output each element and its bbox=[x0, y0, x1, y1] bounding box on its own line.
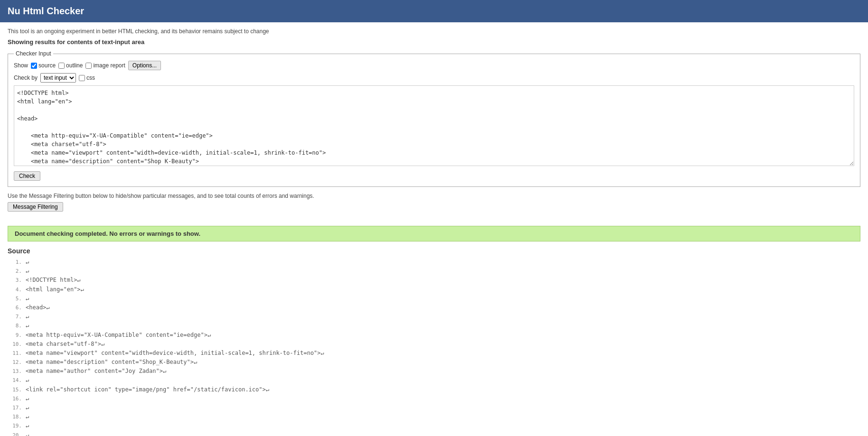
source-code-block: 1.↵2.↵3.<!DOCTYPE html>↵4.<html lang="en… bbox=[8, 258, 860, 436]
line-content: <meta name="author" content="Joy Zadan">… bbox=[26, 367, 166, 376]
line-number: 8. bbox=[8, 322, 22, 330]
source-line-item: 6.<head>↵ bbox=[8, 303, 860, 312]
source-line-item: 18. ↵ bbox=[8, 412, 860, 421]
options-button[interactable]: Options... bbox=[128, 61, 161, 70]
image-report-checkbox[interactable] bbox=[85, 63, 92, 69]
source-line-item: 3.<!DOCTYPE html>↵ bbox=[8, 276, 860, 285]
source-line-item: 19. ↵ bbox=[8, 421, 860, 430]
message-filtering-section: Use the Message Filtering button below t… bbox=[8, 193, 860, 212]
line-number: 10. bbox=[8, 340, 22, 349]
image-report-checkbox-label[interactable]: image report bbox=[85, 62, 125, 69]
line-number: 9. bbox=[8, 331, 22, 340]
source-line-item: 4.<html lang="en">↵ bbox=[8, 285, 860, 294]
source-line-item: 7.↵ bbox=[8, 312, 860, 321]
show-label: Show bbox=[14, 62, 28, 69]
app-title: Nu Html Checker bbox=[8, 6, 84, 16]
header: Nu Html Checker bbox=[0, 0, 868, 22]
line-number: 3. bbox=[8, 276, 22, 285]
source-line-item: 14. ↵ bbox=[8, 376, 860, 385]
line-number: 6. bbox=[8, 304, 22, 312]
line-number: 5. bbox=[8, 295, 22, 303]
line-content: ↵ bbox=[26, 394, 29, 403]
source-line-item: 13. <meta name="author" content="Joy Zad… bbox=[8, 367, 860, 376]
source-line-item: 1.↵ bbox=[8, 258, 860, 267]
line-number: 11. bbox=[8, 349, 22, 358]
css-checkbox[interactable] bbox=[79, 75, 85, 81]
message-filtering-button[interactable]: Message Filtering bbox=[8, 202, 63, 212]
source-title: Source bbox=[8, 247, 860, 255]
success-banner: Document checking completed. No errors o… bbox=[8, 226, 860, 241]
line-number: 4. bbox=[8, 286, 22, 294]
line-content: ↵ bbox=[26, 431, 29, 436]
line-content: ↵ bbox=[26, 376, 29, 385]
source-line-item: 20. ↵ bbox=[8, 431, 860, 436]
line-number: 16. bbox=[8, 395, 22, 403]
source-line-item: 8. ↵ bbox=[8, 321, 860, 330]
source-line-item: 15. <link rel="shortcut icon" type="imag… bbox=[8, 385, 860, 394]
check-by-label: Check by bbox=[14, 74, 38, 81]
check-by-select[interactable]: text input bbox=[40, 73, 76, 83]
line-number: 20. bbox=[8, 431, 22, 436]
line-number: 14. bbox=[8, 376, 22, 385]
source-line-item: 17. ↵ bbox=[8, 403, 860, 412]
source-line-item: 9. <meta http-equiv="X-UA-Compatible" co… bbox=[8, 331, 860, 340]
line-content: ↵ bbox=[26, 403, 29, 412]
line-content: <meta charset="utf-8">↵ bbox=[26, 340, 104, 349]
show-options-row: Show source outline image report Options… bbox=[14, 61, 854, 70]
source-section: Source 1.↵2.↵3.<!DOCTYPE html>↵4.<html l… bbox=[8, 247, 860, 436]
line-number: 12. bbox=[8, 358, 22, 367]
line-content: <head>↵ bbox=[26, 303, 50, 312]
source-line-item: 16. ↵ bbox=[8, 394, 860, 403]
line-number: 13. bbox=[8, 367, 22, 376]
source-line-item: 12. <meta name="description" content="Sh… bbox=[8, 358, 860, 367]
line-number: 19. bbox=[8, 422, 22, 430]
source-checkbox-label[interactable]: source bbox=[31, 62, 56, 69]
source-checkbox[interactable] bbox=[31, 63, 37, 69]
html-textarea[interactable]: <!DOCTYPE html> <html lang="en"> <head> … bbox=[14, 85, 854, 166]
source-label: source bbox=[38, 62, 56, 69]
source-line-item: 5.↵ bbox=[8, 294, 860, 303]
line-number: 15. bbox=[8, 386, 22, 394]
line-content: ↵ bbox=[26, 258, 29, 267]
source-line-item: 2.↵ bbox=[8, 267, 860, 276]
tool-description: This tool is an ongoing experiment in be… bbox=[8, 28, 860, 35]
line-number: 7. bbox=[8, 313, 22, 321]
checker-input-legend: Checker Input bbox=[14, 50, 53, 57]
line-content: ↵ bbox=[26, 421, 29, 430]
line-content: <!DOCTYPE html>↵ bbox=[26, 276, 81, 285]
outline-checkbox-label[interactable]: outline bbox=[58, 62, 83, 69]
showing-results: Showing results for contents of text-inp… bbox=[8, 38, 860, 46]
line-content: <meta name="description" content="Shop_K… bbox=[26, 358, 197, 367]
line-number: 17. bbox=[8, 404, 22, 412]
line-content: <meta name="viewport" content="width=dev… bbox=[26, 349, 324, 358]
line-content: ↵ bbox=[26, 294, 29, 303]
checker-input-section: Checker Input Show source outline image … bbox=[8, 50, 860, 187]
line-content: ↵ bbox=[26, 267, 29, 276]
line-number: 2. bbox=[8, 267, 22, 276]
line-content: ↵ bbox=[26, 412, 29, 421]
line-content: <meta http-equiv="X-UA-Compatible" conte… bbox=[26, 331, 211, 340]
css-label: css bbox=[86, 74, 95, 81]
line-number: 18. bbox=[8, 413, 22, 421]
line-content: <link rel="shortcut icon" type="image/pn… bbox=[26, 385, 269, 394]
css-checkbox-label[interactable]: css bbox=[79, 74, 95, 81]
outline-label: outline bbox=[66, 62, 83, 69]
line-content: <html lang="en">↵ bbox=[26, 285, 84, 294]
image-report-label: image report bbox=[93, 62, 125, 69]
check-by-row: Check by text input css bbox=[14, 73, 854, 83]
filter-description: Use the Message Filtering button below t… bbox=[8, 193, 860, 199]
source-line-item: 10. <meta charset="utf-8">↵ bbox=[8, 340, 860, 349]
line-number: 1. bbox=[8, 258, 22, 267]
line-content: ↵ bbox=[26, 312, 29, 321]
outline-checkbox[interactable] bbox=[58, 63, 65, 69]
line-content: ↵ bbox=[26, 321, 29, 330]
source-line-item: 11. <meta name="viewport" content="width… bbox=[8, 349, 860, 358]
check-button[interactable]: Check bbox=[14, 171, 40, 181]
